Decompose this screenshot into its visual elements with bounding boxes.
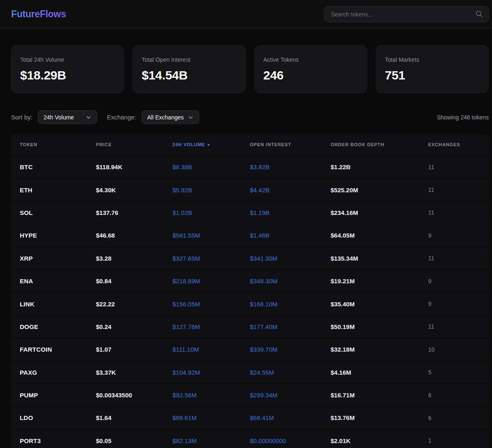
cell-price: $46.68 [96,232,173,239]
cell-exchanges: 9 [428,278,489,285]
cell-price: $3.28 [96,255,173,262]
cell-open-interest: $24.55M [250,369,331,376]
filter-controls: Sort by: 24h Volume Exchange: All Exchan… [11,110,489,124]
exchange-label: Exchange: [107,114,136,121]
search-input[interactable] [324,6,489,22]
table-header: Token Price 24h Volume▼ Open Interest Or… [11,134,489,155]
cell-token: LINK [20,301,96,308]
cell-exchanges: 1 [428,437,489,444]
cell-token: PUMP [20,392,96,399]
cell-exchanges: 11 [428,323,489,330]
cell-price: $1.64 [96,414,173,421]
cell-price: $137.76 [96,209,173,216]
table-row[interactable]: PAXG $3.37K $104.92M $24.55M $4.16M 5 [11,361,489,383]
exchange-dropdown[interactable]: All Exchanges [142,110,200,124]
column-header-exchanges[interactable]: Exchanges [428,142,489,147]
table-row[interactable]: ENA $0.84 $218.89M $348.30M $19.21M 9 [11,269,489,292]
chevron-down-icon [86,114,91,120]
cell-open-interest: $177.40M [250,323,331,330]
cell-exchanges: 8 [428,392,489,399]
cell-24h-volume: $218.89M [173,278,250,285]
cell-exchanges: 11 [428,255,489,261]
table-row[interactable]: LDO $1.64 $89.61M $68.41M $13.76M 6 [11,406,489,429]
cell-token: LDO [20,414,96,421]
cell-24h-volume: $89.61M [173,414,250,421]
cell-24h-volume: $5.92B [173,187,250,194]
cell-24h-volume: $82.13M [173,437,250,444]
cell-token: HYPE [20,232,96,239]
cell-token: PAXG [20,369,96,376]
stat-value: $14.54B [142,68,236,82]
table-row[interactable]: LINK $22.22 $156.05M $168.10M $35.40M 9 [11,292,489,315]
top-bar: FutureFlows [0,0,492,29]
cell-24h-volume: $156.05M [173,301,250,308]
cell-orderbook-depth: $525.20M [331,187,428,194]
table-row[interactable]: HYPE $46.68 $561.55M $1.46B $64.05M 9 [11,224,489,246]
column-header-open-interest[interactable]: Open Interest [250,142,331,147]
column-header-volume[interactable]: 24h Volume▼ [173,142,250,147]
table-row[interactable]: FARTCOIN $1.07 $111.10M $339.70M $32.18M… [11,338,489,360]
column-header-depth[interactable]: Order Book Depth [331,142,428,147]
cell-orderbook-depth: $13.76M [331,414,428,421]
cell-24h-volume: $111.10M [173,346,250,353]
cell-orderbook-depth: $135.34M [331,255,428,262]
cell-price: $118.94K [96,163,173,170]
table-row[interactable]: PUMP $0.00343500 $92.56M $299.34M $16.71… [11,383,489,406]
column-header-price[interactable]: Price [96,142,173,147]
stat-value: 246 [263,68,358,82]
table-body: BTC $118.94K $8.38B $3.82B $1.22B 11 ETH… [11,155,489,448]
chevron-down-icon [188,114,194,120]
cell-24h-volume: $127.76M [173,323,250,330]
cell-price: $0.05 [96,437,173,444]
sort-by-label: Sort by: [11,114,33,121]
cell-price: $0.24 [96,323,173,330]
cell-open-interest: $1.19B [250,209,331,216]
cell-orderbook-depth: $19.21M [331,278,428,285]
cell-open-interest: $168.10M [250,301,331,308]
column-header-volume-label: 24h Volume [173,142,205,147]
main-content: Total 24h Volume $18.29B Total Open Inte… [0,45,492,448]
cell-token: BTC [20,163,96,170]
cell-exchanges: 11 [428,164,489,170]
cell-orderbook-depth: $32.18M [331,346,428,353]
app-logo[interactable]: FutureFlows [11,9,66,20]
stat-card-total-markets: Total Markets 751 [376,45,489,93]
cell-open-interest: $339.70M [250,346,331,353]
stat-value: $18.29B [20,68,115,82]
table-row[interactable]: XRP $3.28 $327.65M $341.30M $135.34M 11 [11,247,489,269]
cell-price: $0.00343500 [96,392,173,399]
table-row[interactable]: DOGE $0.24 $127.76M $177.40M $50.19M 11 [11,315,489,338]
table-row[interactable]: BTC $118.94K $8.38B $3.82B $1.22B 11 [11,155,489,178]
table-row[interactable]: PORT3 $0.05 $82.13M $0.00000000 $2.01K 1 [11,429,489,448]
stat-label: Total Markets [385,56,480,63]
cell-open-interest: $1.46B [250,232,331,239]
cell-exchanges: 6 [428,415,489,421]
cell-orderbook-depth: $4.16M [331,369,428,376]
exchange-dropdown-value: All Exchanges [147,114,184,121]
cell-orderbook-depth: $1.22B [331,163,428,170]
cell-token: PORT3 [20,437,96,444]
cell-open-interest: $0.00000000 [250,437,331,444]
cell-token: ENA [20,278,96,285]
cell-24h-volume: $327.65M [173,255,250,262]
stats-row: Total 24h Volume $18.29B Total Open Inte… [11,45,489,93]
cell-open-interest: $68.41M [250,414,331,421]
cell-token: DOGE [20,323,96,330]
cell-open-interest: $299.34M [250,392,331,399]
table-row[interactable]: ETH $4.30K $5.92B $4.42B $525.20M 11 [11,178,489,201]
cell-orderbook-depth: $234.16M [331,209,428,216]
stat-value: 751 [385,68,480,82]
sort-descending-icon: ▼ [207,143,211,147]
cell-exchanges: 5 [428,369,489,376]
table-row[interactable]: SOL $137.76 $1.02B $1.19B $234.16M 11 [11,201,489,224]
stat-card-total-volume: Total 24h Volume $18.29B [11,45,124,93]
search-icon [475,10,483,18]
cell-open-interest: $341.30M [250,255,331,262]
column-header-token[interactable]: Token [20,142,96,147]
cell-price: $4.30K [96,187,173,194]
cell-exchanges: 9 [428,301,489,307]
stat-label: Total 24h Volume [20,56,115,63]
sort-dropdown[interactable]: 24h Volume [38,110,97,124]
stat-card-open-interest: Total Open Interest $14.54B [133,45,245,93]
cell-open-interest: $348.30M [250,278,331,285]
